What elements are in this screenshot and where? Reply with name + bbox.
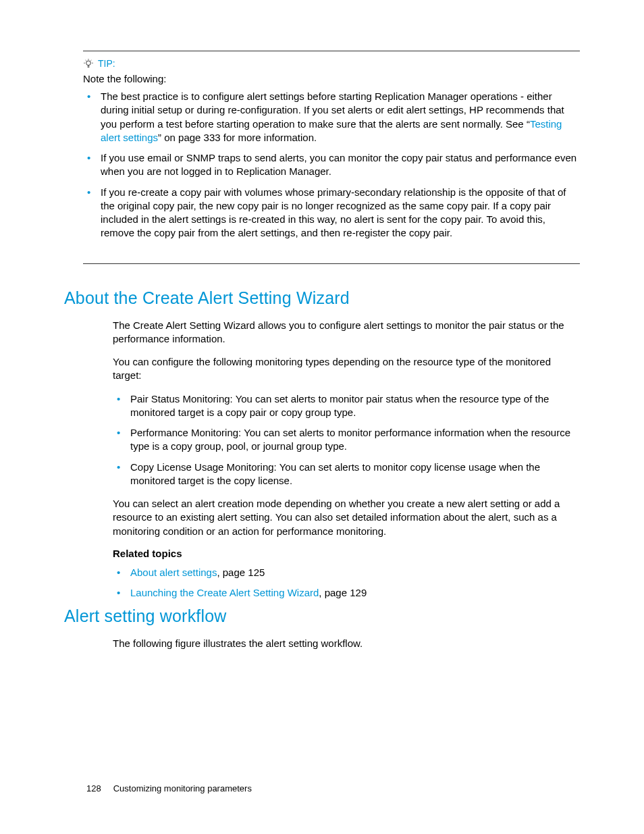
list-text-post: ” on page 333 for more information.: [158, 132, 317, 143]
heading-about-wizard: About the Create Alert Setting Wizard: [64, 288, 580, 308]
list-text-pre: The best practice is to configure alert …: [101, 90, 564, 130]
list-item: If you re-create a copy pair with volume…: [101, 186, 580, 240]
related-topics-label: Related topics: [113, 548, 580, 559]
section2-body: The following figure illustrates the ale…: [113, 637, 580, 650]
link-suffix: , page 129: [319, 587, 367, 598]
lightbulb-icon: [83, 58, 94, 69]
list-text: If you re-create a copy pair with volume…: [101, 186, 566, 239]
list-item: If you use email or SNMP traps to send a…: [101, 151, 580, 179]
list-text: Copy License Usage Monitoring: You can s…: [130, 461, 540, 486]
svg-line-5: [90, 60, 91, 61]
list-item: The best practice is to configure alert …: [101, 90, 580, 145]
page-footer: 128 Customizing monitoring parameters: [86, 783, 252, 793]
para: The Create Alert Setting Wizard allows y…: [113, 319, 580, 346]
para: The following figure illustrates the ale…: [113, 637, 580, 650]
link-suffix: , page 125: [217, 567, 265, 578]
list-text: Performance Monitoring: You can set aler…: [130, 427, 570, 452]
list-item: Performance Monitoring: You can set aler…: [130, 426, 580, 454]
para: You can select an alert creation mode de…: [113, 497, 580, 538]
svg-line-4: [86, 60, 86, 61]
list-item: About alert settings, page 125: [130, 566, 580, 579]
list-item: Copy License Usage Monitoring: You can s…: [130, 461, 580, 488]
section1-bullets: Pair Status Monitoring: You can set aler…: [113, 392, 580, 488]
page-number: 128: [86, 783, 101, 793]
svg-point-0: [86, 61, 91, 66]
tip-label: TIP:: [98, 58, 115, 69]
list-text: If you use email or SNMP traps to send a…: [101, 152, 576, 177]
link-launching-wizard[interactable]: Launching the Create Alert Setting Wizar…: [130, 587, 319, 598]
tip-bullets: The best practice is to configure alert …: [83, 90, 580, 240]
tip-block: TIP: Note the following: The best practi…: [83, 51, 580, 264]
related-topics-list: About alert settings, page 125 Launching…: [113, 566, 580, 600]
tip-note: Note the following:: [83, 73, 580, 84]
footer-title: Customizing monitoring parameters: [113, 783, 252, 793]
tip-header: TIP:: [83, 58, 580, 69]
list-text: Pair Status Monitoring: You can set aler…: [130, 393, 549, 418]
link-about-alert-settings[interactable]: About alert settings: [130, 567, 217, 578]
list-item: Launching the Create Alert Setting Wizar…: [130, 586, 580, 600]
para: You can configure the following monitori…: [113, 355, 580, 383]
heading-workflow: Alert setting workflow: [64, 606, 580, 626]
list-item: Pair Status Monitoring: You can set aler…: [130, 392, 580, 420]
section1-body: The Create Alert Setting Wizard allows y…: [113, 319, 580, 600]
